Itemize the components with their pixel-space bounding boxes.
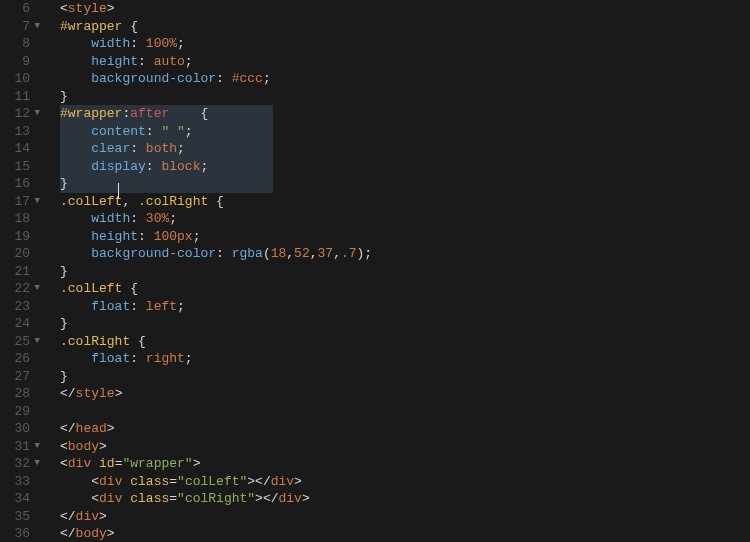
code-area[interactable]: <style>#wrapper { width: 100%; height: a… (48, 0, 750, 542)
line-number: 12 (12, 105, 30, 123)
line-number-gutter: 67▼89101112▼1314151617▼1819202122▼232425… (0, 0, 48, 542)
code-token: : (146, 159, 162, 174)
code-token: : (130, 36, 146, 51)
code-line[interactable]: </style> (60, 385, 750, 403)
gutter-line: 11 (12, 88, 40, 106)
code-line[interactable]: float: left; (60, 298, 750, 316)
code-token: > (99, 509, 107, 524)
fold-marker-icon[interactable]: ▼ (34, 105, 40, 123)
code-line[interactable]: .colLeft { (60, 280, 750, 298)
code-line[interactable]: <div class="colRight"></div> (60, 490, 750, 508)
code-token: both (146, 141, 177, 156)
code-token: .colRight (60, 334, 138, 349)
code-line[interactable]: .colLeft, .colRight { (60, 193, 750, 211)
code-token (60, 141, 91, 156)
code-token: ; (185, 351, 193, 366)
fold-marker-icon[interactable]: ▼ (34, 193, 40, 211)
code-token: height (91, 54, 138, 69)
code-token: ; (169, 211, 177, 226)
code-line[interactable]: float: right; (60, 350, 750, 368)
line-number: 9 (12, 53, 30, 71)
code-token: display (91, 159, 146, 174)
code-token: < (60, 456, 68, 471)
code-token: > (193, 456, 201, 471)
code-line[interactable]: </body> (60, 525, 750, 542)
gutter-line: 16 (12, 175, 40, 193)
code-token: > (99, 439, 107, 454)
gutter-line: 29 (12, 403, 40, 421)
line-number: 8 (12, 35, 30, 53)
code-token: ></ (255, 491, 278, 506)
code-line[interactable]: background-color: #ccc; (60, 70, 750, 88)
gutter-line: 35 (12, 508, 40, 526)
code-token: div (279, 491, 302, 506)
code-token: 52 (294, 246, 310, 261)
code-token: ></ (247, 474, 270, 489)
code-line[interactable]: background-color: rgba(18,52,37,.7); (60, 245, 750, 263)
code-line[interactable]: #wrapper:after { (60, 105, 750, 123)
code-token (60, 246, 91, 261)
code-token: } (60, 316, 68, 331)
gutter-line: 32▼ (12, 455, 40, 473)
code-line[interactable] (60, 403, 750, 421)
code-token: #wrapper (60, 19, 130, 34)
code-line[interactable]: display: block; (60, 158, 750, 176)
code-line[interactable]: .colRight { (60, 333, 750, 351)
fold-marker-icon[interactable]: ▼ (34, 455, 40, 473)
fold-marker-icon[interactable]: ▼ (34, 438, 40, 456)
code-line[interactable]: } (60, 263, 750, 281)
code-token: id (99, 456, 115, 471)
fold-marker-icon[interactable]: ▼ (34, 280, 40, 298)
code-token: { (200, 106, 208, 121)
line-number: 19 (12, 228, 30, 246)
code-token: , (333, 246, 341, 261)
gutter-line: 10 (12, 70, 40, 88)
code-token (60, 54, 91, 69)
gutter-line: 7▼ (12, 18, 40, 36)
code-token: { (138, 334, 146, 349)
fold-marker-icon[interactable]: ▼ (34, 18, 40, 36)
fold-marker-icon[interactable]: ▼ (34, 333, 40, 351)
code-token: content (91, 124, 146, 139)
code-line[interactable]: <style> (60, 0, 750, 18)
code-token: head (76, 421, 107, 436)
code-editor[interactable]: 67▼89101112▼1314151617▼1819202122▼232425… (0, 0, 750, 542)
code-line[interactable]: height: 100px; (60, 228, 750, 246)
code-token: right (146, 351, 185, 366)
code-token: { (130, 19, 138, 34)
gutter-line: 15 (12, 158, 40, 176)
code-line[interactable]: clear: both; (60, 140, 750, 158)
code-line[interactable]: content: " "; (60, 123, 750, 141)
code-line[interactable]: <body> (60, 438, 750, 456)
code-line[interactable]: width: 30%; (60, 210, 750, 228)
line-number: 26 (12, 350, 30, 368)
code-token: </ (60, 421, 76, 436)
code-line[interactable]: height: auto; (60, 53, 750, 71)
code-token: 18 (271, 246, 287, 261)
line-number: 7 (12, 18, 30, 36)
code-line[interactable]: } (60, 315, 750, 333)
code-line[interactable]: width: 100%; (60, 35, 750, 53)
code-line[interactable]: } (60, 175, 750, 193)
gutter-line: 12▼ (12, 105, 40, 123)
code-token: : (130, 351, 146, 366)
code-line[interactable]: } (60, 368, 750, 386)
code-token: } (60, 264, 68, 279)
code-token: : (146, 124, 162, 139)
code-line[interactable]: } (60, 88, 750, 106)
line-number: 15 (12, 158, 30, 176)
code-token: , (286, 246, 294, 261)
code-token: : (130, 299, 146, 314)
code-line[interactable]: <div class="colLeft"></div> (60, 473, 750, 491)
code-token: : (138, 54, 154, 69)
code-token (60, 299, 91, 314)
code-line[interactable]: #wrapper { (60, 18, 750, 36)
code-line[interactable]: </head> (60, 420, 750, 438)
code-token: : (216, 71, 232, 86)
code-line[interactable]: </div> (60, 508, 750, 526)
code-token (60, 36, 91, 51)
code-token: left (146, 299, 177, 314)
code-token: float (91, 351, 130, 366)
code-line[interactable]: <div id="wrapper"> (60, 455, 750, 473)
code-token: ; (200, 159, 208, 174)
